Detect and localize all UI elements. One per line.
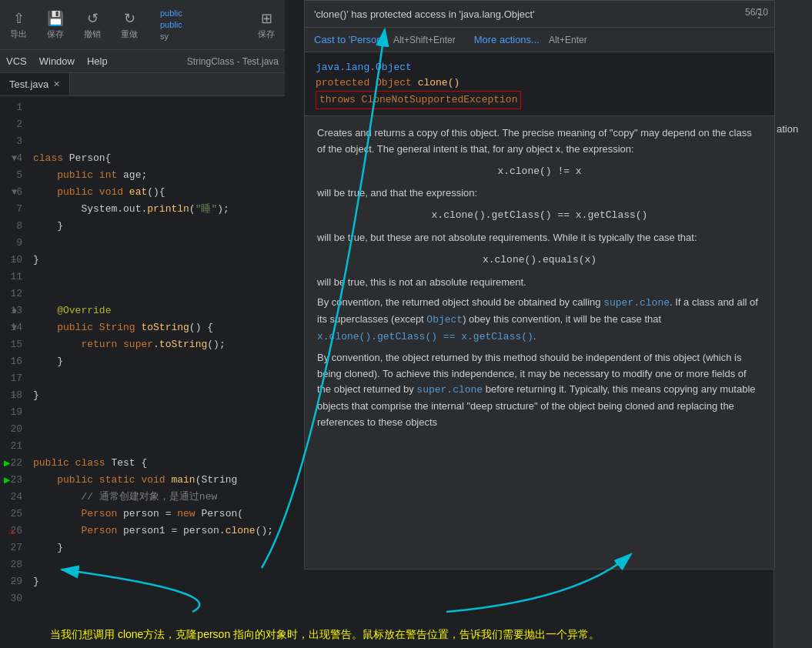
code-line-6: public void eat(){ ▼ <box>27 184 285 201</box>
test-java-tab[interactable]: Test.java ✕ <box>0 73 70 95</box>
code-line-4: class Person{ ▼ <box>27 150 285 167</box>
toolbar: ⇧ 导出 💾 保存 ↺ 撤销 ↻ 重做 public public sy ⊞ 保… <box>0 0 285 50</box>
code-line-12 <box>27 286 285 302</box>
right-panel-label: ation <box>774 120 812 138</box>
code-editor[interactable]: class Person{ ▼ public int age; public v… <box>27 96 285 590</box>
sig-class: java.lang.Object <box>316 62 412 73</box>
code-line-3 <box>27 133 285 150</box>
scroll-indicator: 56/10 <box>745 7 768 18</box>
sig-throws: throws CloneNotSupportedException <box>316 91 521 109</box>
code-line-5: public int age; <box>27 167 285 184</box>
undo-icon: ↺ <box>87 10 99 27</box>
code-line-22: ▶ public class Test { <box>27 455 285 472</box>
doc-content[interactable]: Creates and returns a copy of this objec… <box>305 116 774 570</box>
help-menu[interactable]: Help <box>87 55 108 67</box>
signature-area: java.lang.Object protected Object clone(… <box>305 52 774 116</box>
doc-text-5: By convention, the returned object shoul… <box>317 295 762 345</box>
doc-text-3: will be true, but these are not absolute… <box>317 230 762 246</box>
build-label: 保存 <box>258 28 275 40</box>
cast-to-person-action[interactable]: Cast to 'Person' <box>314 34 384 45</box>
more-actions-shortcut: Alt+Enter <box>549 35 587 45</box>
right-panel: ation <box>774 0 812 648</box>
code-line-14: public String toString() { ▼ <box>27 319 285 336</box>
code-line-19 <box>27 404 285 421</box>
file-title: StringClass - Test.java <box>187 56 279 67</box>
code-line-13: @Override ● <box>27 302 285 319</box>
tab-label: Test.java <box>9 78 48 90</box>
sig-protected: protected <box>316 77 369 89</box>
more-actions-action[interactable]: More actions... <box>474 34 540 45</box>
code-line-10: } — <box>27 252 285 269</box>
code-line-8: } <box>27 218 285 235</box>
tab-bar: Test.java ✕ <box>0 73 285 96</box>
redo-btn[interactable]: ↻ 重做 <box>117 10 142 40</box>
code-container: 12345 678910 1112131415 1617181920 21222… <box>0 96 285 625</box>
code-line-18: } — <box>27 387 285 404</box>
code-line-25: Person person = new Person( <box>27 506 285 523</box>
code-line-7: System.out.println("睡"); <box>27 201 285 218</box>
redo-label: 重做 <box>121 28 138 40</box>
undo-btn[interactable]: ↺ 撤销 <box>80 10 105 40</box>
popup-panel: 'clone()' has protected access in 'java.… <box>304 0 775 570</box>
undo-label: 撤销 <box>84 28 101 40</box>
build-btn[interactable]: ⊞ 保存 <box>254 10 279 40</box>
menubar: VCS Window Help StringClass - Test.java <box>0 50 285 73</box>
code-line-9 <box>27 235 285 252</box>
save-btn[interactable]: 💾 保存 <box>43 10 68 40</box>
code-line-29: } — <box>27 573 285 590</box>
vcs-menu[interactable]: VCS <box>6 55 27 67</box>
popup-title: 'clone()' has protected access in 'java.… <box>314 8 753 20</box>
actions-bar: Cast to 'Person' Alt+Shift+Enter More ac… <box>305 28 774 52</box>
code-line-1 <box>27 99 285 116</box>
code-line-16: } <box>27 353 285 370</box>
save-icon: 💾 <box>47 10 64 27</box>
build-icon: ⊞ <box>261 10 272 27</box>
export-btn[interactable]: ⇧ 导出 <box>6 10 31 40</box>
window-menu[interactable]: Window <box>39 55 75 67</box>
code-line-23: ▶ public static void main(String <box>27 472 285 489</box>
doc-text-2: will be true, and that the expression: <box>317 185 762 202</box>
doc-code-1: x.clone() != x <box>317 164 762 180</box>
annotation-text: 当我们想调用 clone方法，克隆person 指向的对象时，出现警告。鼠标放在… <box>50 628 804 642</box>
export-label: 导出 <box>10 28 27 40</box>
cast-shortcut: Alt+Shift+Enter <box>393 35 456 45</box>
doc-text-4: will be true, this is not an absolute re… <box>317 275 762 291</box>
code-line-11 <box>27 269 285 286</box>
popup-header: 'clone()' has protected access in 'java.… <box>305 1 774 28</box>
sig-return: Object <box>376 77 412 89</box>
error-gutter-icon: ⚠ <box>8 523 15 539</box>
code-line-15: return super.toString(); <box>27 336 285 353</box>
code-line-21 <box>27 438 285 455</box>
sig-method: clone() <box>418 77 460 89</box>
code-line-17 <box>27 370 285 387</box>
code-line-28 <box>27 556 285 573</box>
code-line-26: Person person1 = person.clone(); ⚠ <box>27 523 285 539</box>
code-line-27: } <box>27 539 285 556</box>
code-line-20 <box>27 421 285 438</box>
editor-area: ⇧ 导出 💾 保存 ↺ 撤销 ↻ 重做 public public sy ⊞ 保… <box>0 0 285 648</box>
code-line-2 <box>27 116 285 133</box>
code-line-24: // 通常创建对象，是通过new <box>27 489 285 506</box>
export-icon: ⇧ <box>13 10 25 27</box>
doc-code-2: x.clone().getClass() == x.getClass() <box>317 208 762 224</box>
tab-close-btn[interactable]: ✕ <box>53 79 60 89</box>
doc-text-1: Creates and returns a copy of this objec… <box>317 125 762 158</box>
redo-icon: ↻ <box>124 10 135 27</box>
doc-text-6: By convention, the object returned by th… <box>317 350 762 431</box>
save-label: 保存 <box>47 28 64 40</box>
doc-code-3: x.clone().equals(x) <box>317 252 762 269</box>
